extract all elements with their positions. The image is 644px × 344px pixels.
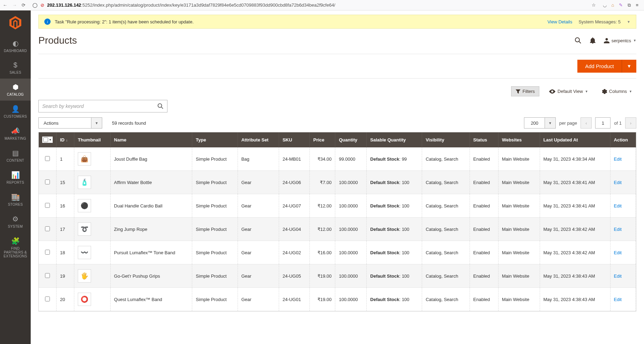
- col-name[interactable]: Name: [110, 132, 192, 147]
- ext2-icon[interactable]: ✎: [619, 2, 623, 8]
- thumbnail-icon: ➰: [78, 222, 91, 236]
- reload-icon[interactable]: ⟳: [22, 2, 25, 8]
- table-row[interactable]: 18〰️Pursuit Lumaflex™ Tone BandSimple Pr…: [39, 241, 636, 264]
- cell-salable: Default Stock: 100: [367, 218, 422, 241]
- user-menu[interactable]: serpentcs ▼: [604, 38, 636, 43]
- table-row[interactable]: 19🖐️Go-Get'r Pushup GripsSimple ProductG…: [39, 264, 636, 288]
- prev-page-button[interactable]: ‹: [581, 117, 592, 129]
- shield-icon[interactable]: ◯: [32, 2, 38, 8]
- page-size-select[interactable]: 200 ▼: [524, 117, 556, 129]
- search-box[interactable]: [38, 100, 167, 112]
- cell-name: Pursuit Lumaflex™ Tone Band: [110, 241, 192, 264]
- row-checkbox[interactable]: [45, 250, 50, 255]
- cell-name: Go-Get'r Pushup Grips: [110, 264, 192, 288]
- view-details-link[interactable]: View Details: [547, 19, 572, 24]
- back-icon[interactable]: ←: [3, 2, 7, 8]
- cell-type: Simple Product: [192, 288, 238, 311]
- cell-status: Enabled: [470, 241, 498, 264]
- cell-action: Edit: [610, 264, 636, 288]
- cell-updated: May 31, 2023 4:38:42 AM: [540, 241, 610, 264]
- lock-strike-icon[interactable]: ⊘: [40, 2, 44, 8]
- table-row[interactable]: 15🧴Affirm Water BottleSimple ProductGear…: [39, 171, 636, 194]
- col-checkbox[interactable]: ▼: [39, 132, 56, 147]
- extensions-icon[interactable]: ⧉: [628, 2, 631, 8]
- row-checkbox[interactable]: [45, 180, 50, 184]
- sidebar-item-reports[interactable]: 📊REPORTS: [0, 167, 31, 189]
- cell-sku: 24-UG07: [279, 194, 309, 218]
- star-icon[interactable]: ☆: [592, 2, 596, 8]
- sidebar-item-dashboard[interactable]: ◐DASHBOARD: [0, 35, 31, 57]
- actions-dropdown[interactable]: Actions ▼: [38, 117, 102, 129]
- page-number-input[interactable]: 1: [595, 117, 611, 129]
- edit-link[interactable]: Edit: [614, 156, 622, 162]
- chevron-down-icon[interactable]: ▼: [627, 20, 630, 24]
- row-checkbox[interactable]: [45, 297, 50, 301]
- notifications-icon[interactable]: [590, 37, 596, 44]
- search-input[interactable]: [42, 103, 157, 109]
- edit-link[interactable]: Edit: [614, 180, 622, 185]
- col-visibility[interactable]: Visibility: [422, 132, 470, 147]
- url-text[interactable]: 202.131.126.142:5252/index.php/admin/cat…: [47, 2, 589, 8]
- sidebar-item-marketing[interactable]: 📣MARKETING: [0, 123, 31, 145]
- col-thumbnail[interactable]: Thumbnail: [74, 132, 111, 147]
- row-checkbox[interactable]: [45, 203, 50, 208]
- system-messages-count[interactable]: System Messages: 5: [578, 19, 621, 24]
- sidebar-item-find-partners-extensions[interactable]: 🧩FIND PARTNERS & EXTENSIONS: [0, 233, 31, 262]
- col-price[interactable]: Price: [309, 132, 335, 147]
- cell-id: 1: [56, 147, 74, 171]
- sidebar-item-stores[interactable]: 🏬STORES: [0, 189, 31, 211]
- add-product-button[interactable]: Add Product: [577, 60, 622, 73]
- col-id[interactable]: ID↓: [56, 132, 74, 147]
- cell-salable: Default Stock: 100: [367, 241, 422, 264]
- col-action[interactable]: Action: [610, 132, 636, 147]
- nav-icon: 👤: [1, 105, 29, 113]
- cell-action: Edit: [610, 288, 636, 311]
- sidebar-item-content[interactable]: ▤CONTENT: [0, 145, 31, 167]
- col-websites[interactable]: Websites: [498, 132, 540, 147]
- table-row[interactable]: 1👜Joust Duffle BagSimple ProductBag24-MB…: [39, 147, 636, 171]
- edit-link[interactable]: Edit: [614, 273, 622, 279]
- cell-sku: 24-UG05: [279, 264, 309, 288]
- sidebar-item-customers[interactable]: 👤CUSTOMERS: [0, 101, 31, 123]
- ext1-icon[interactable]: ⌂: [612, 2, 614, 8]
- col-updated[interactable]: Last Updated At: [540, 132, 610, 147]
- edit-link[interactable]: Edit: [614, 227, 622, 232]
- edit-link[interactable]: Edit: [614, 203, 622, 208]
- next-page-button[interactable]: ›: [625, 117, 636, 129]
- sidebar-item-system[interactable]: ⚙SYSTEM: [0, 211, 31, 233]
- col-salable-qty[interactable]: Salable Quantity: [367, 132, 422, 147]
- cell-salable: Default Stock: 100: [367, 194, 422, 218]
- sidebar-item-catalog[interactable]: ⬢CATALOG: [0, 79, 31, 101]
- col-attribute-set[interactable]: Attribute Set: [238, 132, 279, 147]
- add-product-dropdown[interactable]: ▼: [622, 60, 636, 73]
- cell-id: 15: [56, 171, 74, 194]
- cell-price: ₹19.00: [309, 288, 335, 311]
- menu-icon[interactable]: ≡: [636, 2, 638, 8]
- columns-button[interactable]: Columns ▼: [598, 87, 636, 96]
- system-message-text: Task "Rule processing: 2": 1 item(s) hav…: [55, 19, 194, 24]
- cell-websites: Main Website: [498, 241, 540, 264]
- col-sku[interactable]: SKU: [279, 132, 309, 147]
- cell-name: Zing Jump Rope: [110, 218, 192, 241]
- table-row[interactable]: 20⭕Quest Lumaflex™ BandSimple ProductGea…: [39, 288, 636, 311]
- col-status[interactable]: Status: [470, 132, 498, 147]
- search-icon[interactable]: [157, 103, 164, 109]
- search-icon[interactable]: [575, 37, 582, 44]
- table-row[interactable]: 16⚫Dual Handle Cardio BallSimple Product…: [39, 194, 636, 218]
- pocket-icon[interactable]: ◡: [603, 2, 607, 8]
- cell-visibility: Catalog, Search: [422, 171, 470, 194]
- edit-link[interactable]: Edit: [614, 297, 622, 302]
- col-type[interactable]: Type: [192, 132, 238, 147]
- row-checkbox[interactable]: [45, 273, 50, 278]
- table-row[interactable]: 17➰Zing Jump RopeSimple ProductGear24-UG…: [39, 218, 636, 241]
- default-view-button[interactable]: Default View ▼: [545, 87, 592, 96]
- edit-link[interactable]: Edit: [614, 250, 622, 255]
- col-quantity[interactable]: Quantity: [335, 132, 367, 147]
- magento-logo[interactable]: [0, 10, 31, 35]
- row-checkbox[interactable]: [45, 226, 50, 231]
- sidebar-item-sales[interactable]: $SALES: [0, 57, 31, 79]
- filters-button[interactable]: Filters: [511, 86, 539, 96]
- row-checkbox[interactable]: [45, 156, 50, 161]
- select-all-checkbox[interactable]: [43, 137, 48, 142]
- forward-icon[interactable]: →: [12, 2, 17, 8]
